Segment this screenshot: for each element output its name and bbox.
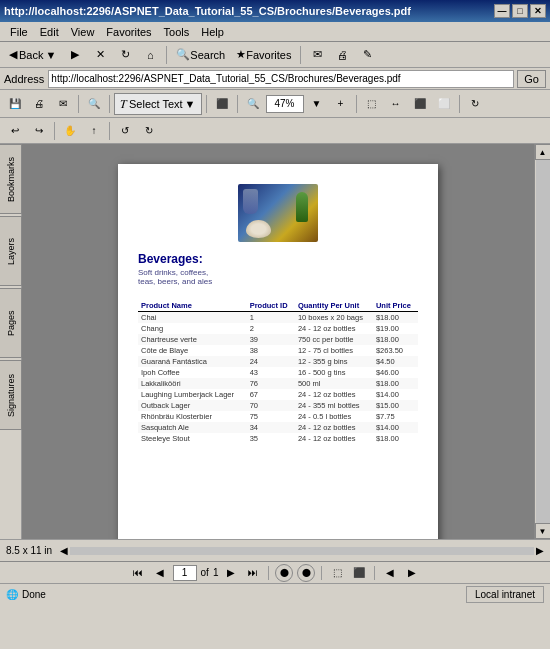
- nav-circle-2[interactable]: ⬤: [297, 564, 315, 582]
- table-row: Côte de Blaye3812 - 75 cl bottles$263.50: [138, 345, 418, 356]
- print-icon: 🖨: [337, 49, 348, 61]
- undo-button[interactable]: ↩: [4, 120, 26, 142]
- pdf-find-button[interactable]: 🔍: [83, 93, 105, 115]
- status-icon: 🌐: [6, 589, 18, 600]
- signatures-tab[interactable]: Signatures: [0, 360, 22, 430]
- nav-left-button[interactable]: ◀: [381, 564, 399, 582]
- hand-tool-button[interactable]: ✋: [59, 120, 81, 142]
- full-screen-icon: ⬜: [438, 98, 450, 109]
- scroll-right-icon[interactable]: ▶: [536, 545, 544, 556]
- edit-button[interactable]: ✎: [356, 44, 378, 66]
- maximize-button[interactable]: □: [512, 4, 528, 18]
- email-icon: ✉: [59, 98, 67, 109]
- go-button[interactable]: Go: [517, 70, 546, 88]
- nav-right-button[interactable]: ▶: [403, 564, 421, 582]
- total-pages: 1: [213, 567, 219, 578]
- stop-button[interactable]: ✕: [89, 44, 111, 66]
- address-input[interactable]: [48, 70, 514, 88]
- last-page-icon: ⏭: [248, 567, 258, 578]
- menu-tools[interactable]: Tools: [158, 24, 196, 40]
- pdf-print-button[interactable]: 🖨: [28, 93, 50, 115]
- resize-2-button[interactable]: ⬛: [350, 564, 368, 582]
- rotate-ccw-button[interactable]: ↺: [114, 120, 136, 142]
- menu-file[interactable]: File: [4, 24, 34, 40]
- fit-page-button[interactable]: ⬚: [361, 93, 383, 115]
- pages-tab[interactable]: Pages: [0, 288, 22, 358]
- nav-sep-2: [321, 566, 322, 580]
- text-cursor-icon: 𝑇: [120, 97, 127, 111]
- zoom-out-button[interactable]: 🔍: [242, 93, 264, 115]
- rotate-cw-icon: ↻: [145, 125, 153, 136]
- minimize-button[interactable]: —: [494, 4, 510, 18]
- zoom-input[interactable]: [266, 95, 304, 113]
- window-title: http://localhost:2296/ASPNET_Data_Tutori…: [4, 5, 494, 17]
- fit-width-button[interactable]: ↔: [385, 93, 407, 115]
- circle-1-icon: ⬤: [280, 568, 289, 577]
- horizontal-scrollbar-track[interactable]: [70, 547, 534, 555]
- pdf-sep-4: [237, 95, 238, 113]
- actual-size-button[interactable]: ⬛: [409, 93, 431, 115]
- rotate-cw-button[interactable]: ↻: [138, 120, 160, 142]
- right-scrollbar[interactable]: ▲ ▼: [534, 144, 550, 539]
- rotate-button[interactable]: ↻: [464, 93, 486, 115]
- search-label: Search: [190, 49, 225, 61]
- zoom-dropdown-button[interactable]: ▼: [306, 93, 328, 115]
- content-wrapper: Bookmarks Layers Pages Signatures Bevera…: [0, 144, 550, 539]
- prev-page-button[interactable]: ◀: [151, 564, 169, 582]
- redo-button[interactable]: ↪: [28, 120, 50, 142]
- main-content: Bookmarks Layers Pages Signatures Bevera…: [0, 144, 550, 605]
- last-page-button[interactable]: ⏭: [244, 564, 262, 582]
- next-page-icon: ▶: [227, 567, 235, 578]
- redo-icon: ↪: [35, 125, 43, 136]
- full-screen-button[interactable]: ⬜: [433, 93, 455, 115]
- search-button[interactable]: 🔍Search: [172, 44, 229, 66]
- prev-page-icon: ◀: [156, 567, 164, 578]
- refresh-button[interactable]: ↻: [114, 44, 136, 66]
- col-product-name: Product Name: [138, 300, 247, 312]
- save-icon: 💾: [9, 98, 21, 109]
- first-page-button[interactable]: ⏮: [129, 564, 147, 582]
- menu-edit[interactable]: Edit: [34, 24, 65, 40]
- scroll-down-button[interactable]: ▼: [535, 523, 551, 539]
- title-bar: http://localhost:2296/ASPNET_Data_Tutori…: [0, 0, 550, 22]
- back-label: Back: [19, 49, 43, 61]
- menu-view[interactable]: View: [65, 24, 101, 40]
- close-button[interactable]: ✕: [530, 4, 546, 18]
- print-button[interactable]: 🖨: [331, 44, 353, 66]
- circle-2-icon: ⬤: [302, 568, 311, 577]
- page-size-text: 8.5 x 11 in: [6, 545, 52, 556]
- toolbar-sep-2: [300, 46, 301, 64]
- favorites-button[interactable]: ★Favorites: [232, 44, 295, 66]
- resize-1-button[interactable]: ⬚: [328, 564, 346, 582]
- mail-button[interactable]: ✉: [306, 44, 328, 66]
- pdf-scroll-area[interactable]: Beverages: Soft drinks, coffees,teas, be…: [22, 144, 534, 539]
- nav-circle-1[interactable]: ⬤: [275, 564, 293, 582]
- arrow-tool-button[interactable]: ↑: [83, 120, 105, 142]
- pdf-save-button[interactable]: 💾: [4, 93, 26, 115]
- next-page-button[interactable]: ▶: [222, 564, 240, 582]
- bookmarks-tab[interactable]: Bookmarks: [0, 144, 22, 214]
- search-icon: 🔍: [176, 48, 190, 61]
- forward-button[interactable]: ▶: [64, 44, 86, 66]
- pdf-snapshot-button[interactable]: ⬛: [211, 93, 233, 115]
- hand-icon: ✋: [64, 125, 76, 136]
- rotate-ccw-icon: ↺: [121, 125, 129, 136]
- select-text-label: Select Text: [129, 98, 183, 110]
- menu-favorites[interactable]: Favorites: [100, 24, 157, 40]
- home-button[interactable]: ⌂: [139, 44, 161, 66]
- menu-help[interactable]: Help: [195, 24, 230, 40]
- scroll-track[interactable]: [536, 160, 550, 523]
- current-page-input[interactable]: [173, 565, 197, 581]
- zoom-in-button[interactable]: +: [330, 93, 352, 115]
- pdf-sep-5: [356, 95, 357, 113]
- left-panel: Bookmarks Layers Pages Signatures: [0, 144, 22, 539]
- ie-toolbar: ◀ Back ▼ ▶ ✕ ↻ ⌂ 🔍Search ★Favorites ✉ 🖨 …: [0, 42, 550, 68]
- select-text-button[interactable]: 𝑇 Select Text ▼: [114, 93, 202, 115]
- pdf-email-button[interactable]: ✉: [52, 93, 74, 115]
- table-row: Laughing Lumberjack Lager6724 - 12 oz bo…: [138, 389, 418, 400]
- actual-size-icon: ⬛: [414, 98, 426, 109]
- back-button[interactable]: ◀ Back ▼: [4, 44, 61, 66]
- scroll-up-button[interactable]: ▲: [535, 144, 551, 160]
- scroll-left-icon[interactable]: ◀: [60, 545, 68, 556]
- layers-tab[interactable]: Layers: [0, 216, 22, 286]
